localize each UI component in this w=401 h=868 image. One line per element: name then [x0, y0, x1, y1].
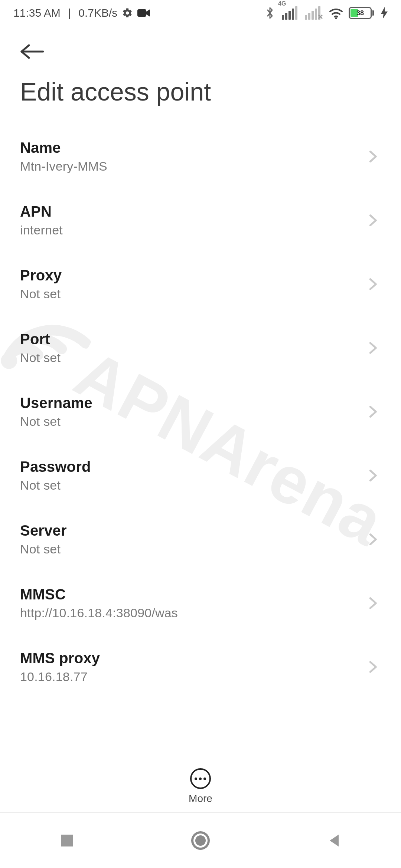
square-icon: [59, 833, 74, 848]
svg-rect-3: [61, 835, 73, 846]
setting-label: Username: [20, 395, 365, 411]
video-camera-icon: [137, 9, 150, 17]
status-time: 11:35 AM: [13, 7, 61, 19]
chevron-right-icon: [365, 341, 380, 355]
bottom-toolbar: More: [0, 761, 401, 812]
battery-indicator: 38: [349, 7, 374, 19]
setting-label: MMS proxy: [20, 650, 365, 667]
setting-value: Not set: [20, 542, 365, 556]
setting-value: internet: [20, 223, 365, 237]
chevron-right-icon: [365, 149, 380, 164]
battery-percentage: 38: [350, 9, 371, 17]
more-button-label: More: [189, 793, 212, 805]
setting-value: Not set: [20, 478, 365, 493]
status-bar: 11:35 AM | 0.7KB/s 4G: [0, 0, 401, 26]
chevron-right-icon: [365, 596, 380, 611]
setting-row-password[interactable]: PasswordNot set: [20, 444, 390, 507]
setting-row-server[interactable]: ServerNot set: [20, 507, 390, 571]
nav-home-button[interactable]: [163, 822, 238, 859]
chevron-right-icon: [365, 660, 380, 674]
setting-label: Proxy: [20, 267, 365, 284]
more-button[interactable]: More: [189, 768, 212, 805]
bluetooth-icon: [265, 6, 274, 20]
chevron-right-icon: [365, 404, 380, 419]
arrow-left-icon: [20, 44, 45, 59]
setting-row-mmsc[interactable]: MMSChttp://10.16.18.4:38090/was: [20, 571, 390, 635]
setting-row-port[interactable]: PortNot set: [20, 316, 390, 380]
setting-value: Not set: [20, 414, 365, 429]
status-data-rate: 0.7KB/s: [78, 7, 117, 19]
more-icon: [190, 768, 211, 789]
circle-icon: [191, 831, 210, 850]
wifi-icon: [329, 7, 343, 19]
setting-label: APN: [20, 203, 365, 220]
setting-value: http://10.16.18.4:38090/was: [20, 606, 365, 620]
chevron-right-icon: [365, 532, 380, 547]
svg-point-2: [335, 17, 337, 19]
chevron-right-icon: [365, 277, 380, 292]
setting-value: Not set: [20, 287, 365, 301]
back-button[interactable]: [20, 39, 46, 65]
network-type-label: 4G: [278, 0, 286, 7]
page-title: Edit access point: [20, 65, 386, 125]
gear-icon: [122, 7, 133, 19]
setting-value: 10.16.18.77: [20, 670, 365, 684]
chevron-right-icon: [365, 468, 380, 483]
nav-back-button[interactable]: [297, 822, 371, 859]
setting-value: Mtn-Ivery-MMS: [20, 159, 365, 174]
setting-label: Password: [20, 458, 365, 475]
system-nav-bar: [0, 812, 401, 868]
signal-sim2: [303, 6, 323, 20]
setting-label: Server: [20, 522, 365, 539]
svg-rect-1: [137, 9, 146, 17]
svg-point-5: [195, 835, 206, 846]
setting-value: Not set: [20, 351, 365, 365]
setting-row-username[interactable]: UsernameNot set: [20, 380, 390, 444]
setting-label: MMSC: [20, 586, 365, 603]
nav-recent-button[interactable]: [30, 822, 104, 859]
triangle-left-icon: [327, 833, 342, 848]
settings-list[interactable]: NameMtn-Ivery-MMSAPNinternetProxyNot set…: [0, 125, 401, 699]
chevron-right-icon: [365, 213, 380, 228]
setting-label: Port: [20, 331, 365, 348]
setting-row-mms-proxy[interactable]: MMS proxy10.16.18.77: [20, 635, 390, 699]
charging-bolt-icon: [381, 7, 388, 19]
setting-row-name[interactable]: NameMtn-Ivery-MMS: [20, 125, 390, 188]
signal-sim1: 4G: [280, 6, 297, 20]
setting-row-proxy[interactable]: ProxyNot set: [20, 252, 390, 316]
setting-label: Name: [20, 139, 365, 156]
setting-row-apn[interactable]: APNinternet: [20, 188, 390, 252]
